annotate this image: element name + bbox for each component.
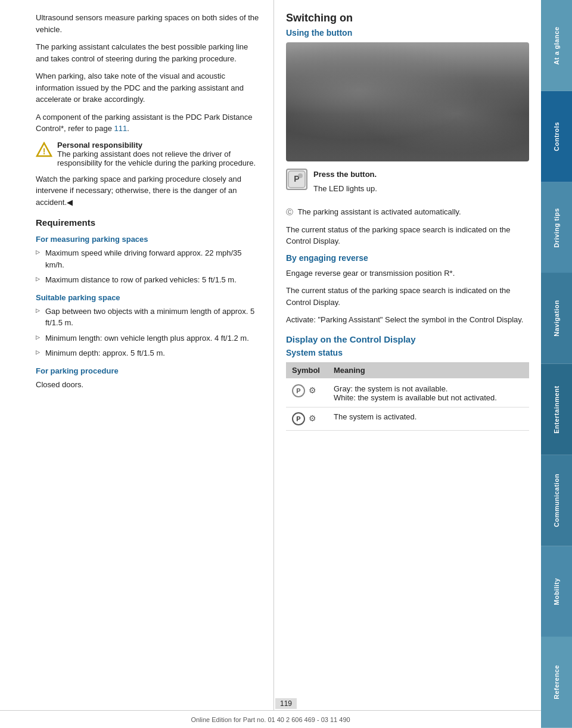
for-parking-text: Closed doors.	[36, 379, 262, 391]
for-measuring-heading: For measuring parking spaces	[36, 235, 262, 244]
page-number: 119	[275, 698, 297, 709]
symbol-cell-2: P ⚙	[286, 407, 328, 430]
table-row: P ⚙ Gray: the system is not available. W…	[286, 378, 529, 407]
sidebar: At a glance Controls Driving tips Naviga…	[541, 0, 572, 728]
page-link[interactable]: 111	[114, 124, 128, 133]
warning-p2: Watch the parking space and parking proc…	[36, 173, 262, 209]
suitable-heading: Suitable parking space	[36, 293, 262, 302]
p-icon-2: P	[292, 412, 305, 425]
col-meaning: Meaning	[328, 362, 529, 378]
meaning-cell-2: The system is activated.	[328, 407, 529, 430]
parking-symbol: Ⓒ	[286, 208, 293, 216]
measuring-bullets: Maximum speed while driving forward appr…	[36, 247, 262, 286]
footer: Online Edition for Part no. 01 40 2 606 …	[0, 710, 541, 728]
switching-on-heading: Switching on	[286, 12, 529, 24]
sidebar-item-controls[interactable]: Controls	[541, 91, 572, 182]
car-image-inner	[286, 42, 529, 161]
gear-icon-2: ⚙	[309, 413, 316, 423]
sidebar-item-driving-tips[interactable]: Driving tips	[541, 182, 572, 273]
button-instruction: P Press the button. The LED lights up.	[286, 169, 529, 200]
sidebar-item-reference[interactable]: Reference	[541, 637, 572, 728]
warning-content: Personal responsibility The parking assi…	[57, 141, 262, 167]
meaning-cell-1: Gray: the system is not available. White…	[328, 378, 529, 407]
using-button-heading: Using the button	[286, 28, 529, 38]
gear-icon-1: ⚙	[309, 385, 316, 395]
col-symbol: Symbol	[286, 362, 328, 378]
intro-p4: A component of the parking assistant is …	[36, 111, 262, 135]
button-icon: P	[286, 169, 307, 190]
right-column: Switching on Using the button P Press th…	[274, 0, 541, 728]
car-image	[286, 42, 529, 161]
button-instructions-text: Press the button. The LED lights up.	[313, 169, 377, 200]
intro-p3: When parking, also take note of the visu…	[36, 70, 262, 105]
bullet-item: Minimum length: own vehicle length plus …	[36, 332, 262, 344]
sidebar-item-communication[interactable]: Communication	[541, 455, 572, 546]
system-status-heading: System status	[286, 348, 529, 357]
requirements-heading: Requirements	[36, 217, 262, 228]
left-column: Ultrasound sensors measure parking space…	[0, 0, 274, 728]
p-icon-1: P	[292, 384, 305, 397]
bullet-item: Gap between two objects with a minimum l…	[36, 306, 262, 329]
bullet-item: Minimum depth: approx. 5 ft/1.5 m.	[36, 347, 262, 359]
sidebar-item-navigation[interactable]: Navigation	[541, 273, 572, 364]
status-text1: The current status of the parking space …	[286, 224, 529, 247]
sidebar-item-at-a-glance[interactable]: At a glance	[541, 0, 572, 91]
table-header: Symbol Meaning	[286, 362, 529, 378]
table-body: P ⚙ Gray: the system is not available. W…	[286, 378, 529, 431]
symbol-cell-1: P ⚙	[286, 378, 328, 407]
auto-activate-text: Ⓒ The parking assistant is activated aut…	[286, 206, 529, 218]
bullet-item: Maximum distance to row of parked vehicl…	[36, 274, 262, 286]
for-parking-heading: For parking procedure	[36, 366, 262, 375]
intro-p1: Ultrasound sensors measure parking space…	[36, 12, 262, 35]
status-text2: The current status of the parking space …	[286, 285, 529, 308]
activate-text: Activate: "Parking Assistant" Select the…	[286, 314, 529, 326]
intro-p2: The parking assistant calculates the bes…	[36, 41, 262, 64]
sidebar-item-mobility[interactable]: Mobility	[541, 546, 572, 637]
sidebar-item-entertainment[interactable]: Entertainment	[541, 364, 572, 455]
warning-title: Personal responsibility	[57, 141, 142, 150]
warning-box: ! Personal responsibility The parking as…	[36, 141, 262, 167]
svg-point-4	[298, 173, 303, 178]
bullet-item: Maximum speed while driving forward appr…	[36, 247, 262, 270]
press-button-text: Press the button.	[313, 170, 377, 179]
warning-icon: !	[36, 142, 52, 158]
status-table: Symbol Meaning P ⚙ Gray: the system is n…	[286, 362, 529, 431]
by-engaging-heading: By engaging reverse	[286, 253, 529, 263]
svg-text:!: !	[43, 147, 46, 156]
display-heading: Display on the Control Display	[286, 334, 529, 344]
table-row: P ⚙ The system is activated.	[286, 407, 529, 430]
suitable-bullets: Gap between two objects with a minimum l…	[36, 306, 262, 359]
led-lights-text: The LED lights up.	[313, 184, 377, 193]
main-content: Ultrasound sensors measure parking space…	[0, 0, 541, 728]
footer-text: Online Edition for Part no. 01 40 2 606 …	[191, 716, 350, 723]
warning-text: The parking assistant does not relieve t…	[57, 150, 256, 167]
engage-text: Engage reverse gear or transmission posi…	[286, 267, 529, 279]
